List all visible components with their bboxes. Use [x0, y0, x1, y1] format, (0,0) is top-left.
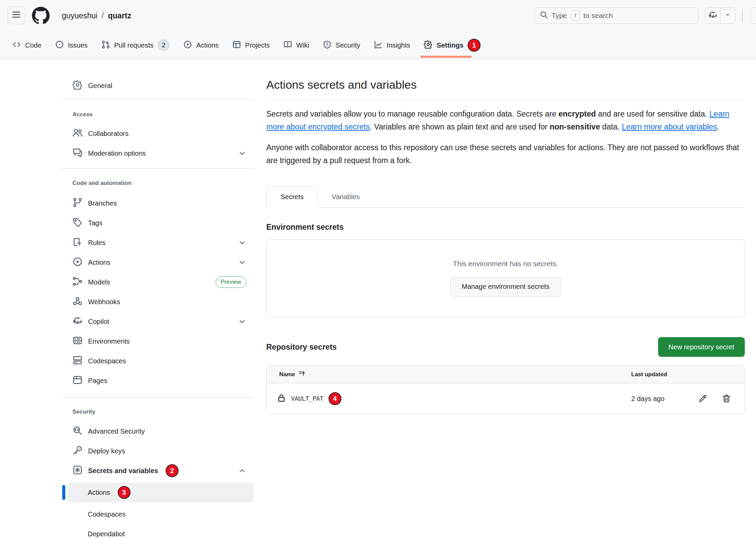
- global-header: guyueshui / quartz Type / to search: [0, 0, 756, 31]
- tab-variables[interactable]: Variables: [318, 186, 374, 207]
- secret-name-cell: VAULT_PAT 4: [277, 392, 341, 405]
- sidebar-item-copilot[interactable]: Copilot: [54, 312, 254, 331]
- manage-environment-secrets-button[interactable]: Manage environment secrets: [450, 277, 561, 297]
- collaborator-note: Anyone with collaborator access to this …: [266, 141, 745, 167]
- sidebar-item-codespaces[interactable]: Codespaces: [54, 351, 254, 371]
- comment-discussion-icon: [72, 147, 83, 159]
- sidebar-item-branches[interactable]: Branches: [54, 193, 254, 213]
- tab-settings-label: Settings: [437, 41, 464, 49]
- environment-empty-message: This environment has no secrets.: [453, 260, 558, 268]
- sidebar-item-moderation-options[interactable]: Moderation options: [54, 143, 254, 163]
- sidebar-item-label: Advanced Security: [88, 428, 145, 435]
- intro-bold-encrypted: encrypted: [558, 109, 596, 118]
- sidebar-item-deploy-keys[interactable]: Deploy keys: [54, 441, 254, 461]
- partial-header-button[interactable]: [750, 7, 756, 24]
- copilot-icon: [72, 316, 83, 328]
- global-menu-button[interactable]: [7, 6, 25, 24]
- tab-settings[interactable]: Settings 1: [417, 31, 487, 59]
- graph-icon: [374, 40, 383, 51]
- table-row: VAULT_PAT 4 2 days ago: [267, 383, 744, 414]
- git-branch-icon: [72, 197, 83, 209]
- column-name[interactable]: Name: [279, 370, 306, 379]
- sidebar-item-secrets-and-variables[interactable]: Secrets and variables 2: [54, 461, 254, 481]
- breadcrumb-repo[interactable]: quartz: [108, 11, 131, 20]
- intro-text: and are used for sensitive data.: [596, 109, 709, 118]
- intro-text: . Variables are shown as plain text and …: [370, 122, 550, 131]
- sidebar-subitem-dependabot[interactable]: Dependabot: [68, 524, 254, 539]
- intro-text: Secrets and variables allow you to manag…: [266, 109, 558, 118]
- repo-nav: Code Issues Pull requests 2 Actions Proj…: [0, 31, 756, 59]
- link-variables[interactable]: Learn more about variables: [622, 122, 717, 131]
- secret-name: VAULT_PAT: [291, 395, 323, 402]
- tab-issues-label: Issues: [68, 41, 88, 49]
- tab-security[interactable]: Security: [316, 31, 367, 59]
- delete-secret-button[interactable]: [722, 394, 731, 403]
- sidebar-item-models[interactable]: Models Preview: [54, 272, 254, 292]
- tab-code-label: Code: [25, 41, 41, 49]
- issue-opened-icon: [55, 40, 64, 51]
- sidebar-item-tags[interactable]: Tags: [54, 213, 254, 233]
- new-repository-secret-button[interactable]: New repository secret: [658, 337, 745, 357]
- sidebar-item-label: Copilot: [88, 318, 109, 326]
- breadcrumb: guyueshui / quartz: [62, 0, 131, 31]
- environment-secrets-heading: Environment secrets: [266, 223, 745, 232]
- tab-issues[interactable]: Issues: [48, 31, 95, 59]
- sidebar-item-general[interactable]: General: [54, 76, 254, 95]
- environment-secrets-box: This environment has no secrets. Manage …: [266, 239, 745, 317]
- sidebar-item-environments[interactable]: Environments: [54, 331, 254, 351]
- browser-icon: [72, 375, 83, 387]
- copilot-button[interactable]: [705, 8, 720, 23]
- sidebar-item-collaborators[interactable]: Collaborators: [54, 124, 254, 143]
- search-placeholder-prefix: Type: [552, 12, 567, 20]
- tab-code[interactable]: Code: [5, 31, 48, 59]
- code-icon: [12, 40, 21, 51]
- som-mark-4: 4: [329, 392, 341, 405]
- code-scan-icon: [72, 425, 83, 437]
- tab-insights[interactable]: Insights: [367, 31, 417, 59]
- codespaces-icon: [72, 355, 83, 367]
- tab-secrets[interactable]: Secrets: [266, 186, 318, 208]
- git-pull-request-icon: [101, 40, 110, 51]
- sidebar-item-label: Environments: [88, 337, 130, 345]
- chevron-down-icon: [238, 149, 246, 157]
- tab-wiki[interactable]: Wiki: [276, 31, 316, 59]
- sidebar-divider: [62, 397, 254, 398]
- sidebar-subitem-codespaces[interactable]: Codespaces: [68, 504, 254, 524]
- som-mark-1: 1: [468, 39, 481, 52]
- tab-security-label: Security: [336, 41, 360, 49]
- copilot-dropdown-button[interactable]: [720, 8, 736, 23]
- sidebar-section-code-automation: Code and automation: [54, 176, 254, 191]
- server-icon: [72, 335, 83, 347]
- active-tab-underline: [420, 56, 472, 58]
- intro-paragraph: Secrets and variables allow you to manag…: [266, 107, 745, 133]
- chevron-down-icon: [238, 317, 246, 326]
- sidebar-section-access: Access: [54, 107, 254, 122]
- sidebar-item-webhooks[interactable]: Webhooks: [54, 292, 254, 312]
- sidebar-item-advanced-security[interactable]: Advanced Security: [54, 421, 254, 441]
- intro-text: data.: [600, 122, 622, 131]
- gear-icon: [424, 40, 433, 51]
- tag-icon: [72, 217, 83, 229]
- search-icon: [540, 11, 548, 21]
- github-logo-icon[interactable]: [32, 7, 50, 24]
- tab-projects[interactable]: Projects: [225, 31, 276, 59]
- sidebar-item-pages[interactable]: Pages: [54, 371, 254, 390]
- sidebar-item-actions[interactable]: Actions: [54, 253, 254, 272]
- sidebar-item-label: Secrets and variables: [88, 467, 158, 475]
- gear-icon: [72, 80, 83, 92]
- sidebar-item-label: Deploy keys: [88, 447, 125, 455]
- hamburger-icon: [11, 10, 21, 21]
- search-input[interactable]: Type / to search: [535, 7, 699, 24]
- tab-pull-requests[interactable]: Pull requests 2: [95, 31, 177, 59]
- sidebar-subitem-actions[interactable]: Actions 3: [68, 483, 254, 502]
- tab-actions[interactable]: Actions: [177, 31, 225, 59]
- main-content: Actions secrets and variables Secrets an…: [266, 78, 745, 414]
- repository-secrets-heading: Repository secrets: [266, 343, 337, 352]
- sidebar-item-rules[interactable]: Rules: [54, 233, 254, 253]
- search-placeholder-suffix: to search: [584, 12, 613, 20]
- sidebar-item-label: Pages: [88, 377, 107, 385]
- breadcrumb-owner[interactable]: guyueshui: [62, 11, 98, 20]
- secret-updated-cell: 2 days ago: [631, 395, 665, 403]
- sort-ascending-icon: [298, 370, 306, 379]
- edit-secret-button[interactable]: [698, 394, 707, 403]
